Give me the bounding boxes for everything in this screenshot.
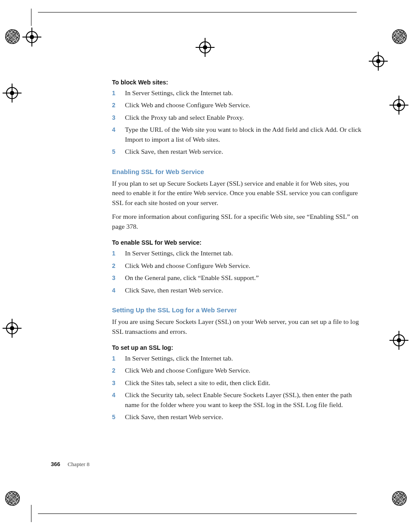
step-item: 3Click the Sites tab, select a site to e… [112,378,362,388]
printer-target-icon [6,87,18,99]
body-paragraph: For more information about configuring S… [112,212,362,231]
step-number: 3 [112,113,115,122]
step-item: 2Click Web and choose Configure Web Serv… [112,261,362,271]
step-item: 1In Server Settings, click the Internet … [112,88,362,98]
procedure-title: To enable SSL for Web service: [112,239,362,246]
step-number: 4 [112,286,115,295]
procedure-steps: 1In Server Settings, click the Internet … [112,88,362,157]
step-text: Type the URL of the Web site you want to… [125,126,361,143]
step-number: 5 [112,412,115,422]
step-number: 2 [112,261,115,271]
crop-line [38,12,357,12]
step-number: 1 [112,88,115,98]
printer-rosette-icon [5,29,20,44]
crop-line [31,9,31,26]
printer-target-icon [26,31,38,43]
step-item: 3Click the Proxy tab and select Enable P… [112,113,362,122]
printer-rosette-icon [392,29,407,44]
step-number: 3 [112,273,115,283]
step-text: In Server Settings, click the Internet t… [125,89,233,96]
step-number: 3 [112,378,115,388]
step-number: 1 [112,354,115,363]
printer-target-icon [393,99,405,111]
section-heading: Setting Up the SSL Log for a Web Server [112,306,362,314]
step-number: 2 [112,100,115,110]
printer-target-icon [372,55,384,67]
printer-target-icon [6,322,18,334]
crop-line [31,505,31,522]
step-text: In Server Settings, click the Internet t… [125,355,233,362]
body-paragraph: If you plan to set up Secure Sockets Lay… [112,179,362,208]
step-number: 5 [112,147,115,156]
step-text: On the General pane, click “Enable SSL s… [125,274,259,281]
step-text: Click Web and choose Configure Web Servi… [125,367,250,374]
step-text: Click Save, then restart Web service. [125,286,223,294]
step-text: Click Web and choose Configure Web Servi… [125,262,250,269]
step-item: 1In Server Settings, click the Internet … [112,249,362,258]
page-number: 366 [51,461,60,467]
step-item: 3On the General pane, click “Enable SSL … [112,273,362,283]
printer-target-icon [393,334,405,346]
step-text: In Server Settings, click the Internet t… [125,249,233,257]
step-text: Click Save, then restart Web service. [125,148,223,155]
crop-line [38,513,357,514]
procedure-title: To set up an SSL log: [112,344,362,351]
step-text: Click the Sites tab, select a site to ed… [125,379,270,386]
printer-rosette-icon [392,491,407,506]
step-text: Click Web and choose Configure Web Servi… [125,101,250,109]
step-item: 1In Server Settings, click the Internet … [112,354,362,363]
printer-rosette-icon [5,491,20,506]
procedure-steps: 1In Server Settings, click the Internet … [112,249,362,295]
section-heading: Enabling SSL for Web Service [112,168,362,175]
step-text: Click Save, then restart Web service. [125,413,223,420]
procedure-steps: 1In Server Settings, click the Internet … [112,354,362,422]
step-number: 4 [112,125,115,134]
step-item: 2Click Web and choose Configure Web Serv… [112,100,362,110]
step-item: 4Click the Security tab, select Enable S… [112,390,362,410]
procedure-title: To block Web sites: [112,79,362,86]
step-number: 2 [112,366,115,375]
step-text: Click the Proxy tab and select Enable Pr… [125,114,244,121]
step-number: 4 [112,390,115,400]
page-content: To block Web sites: 1In Server Settings,… [112,71,362,425]
step-number: 1 [112,249,115,258]
step-text: Click the Security tab, select Enable Se… [125,391,352,408]
body-paragraph: If you are using Secure Sockets Layer (S… [112,317,362,336]
page-footer: 366 Chapter 8 [51,461,90,468]
step-item: 5Click Save, then restart Web service. [112,147,362,156]
printer-target-icon [199,41,211,53]
step-item: 5Click Save, then restart Web service. [112,412,362,422]
step-item: 4Type the URL of the Web site you want t… [112,125,362,144]
chapter-label: Chapter 8 [68,461,90,467]
step-item: 2Click Web and choose Configure Web Serv… [112,366,362,375]
page: To block Web sites: 1In Server Settings,… [0,0,411,532]
step-item: 4Click Save, then restart Web service. [112,286,362,295]
